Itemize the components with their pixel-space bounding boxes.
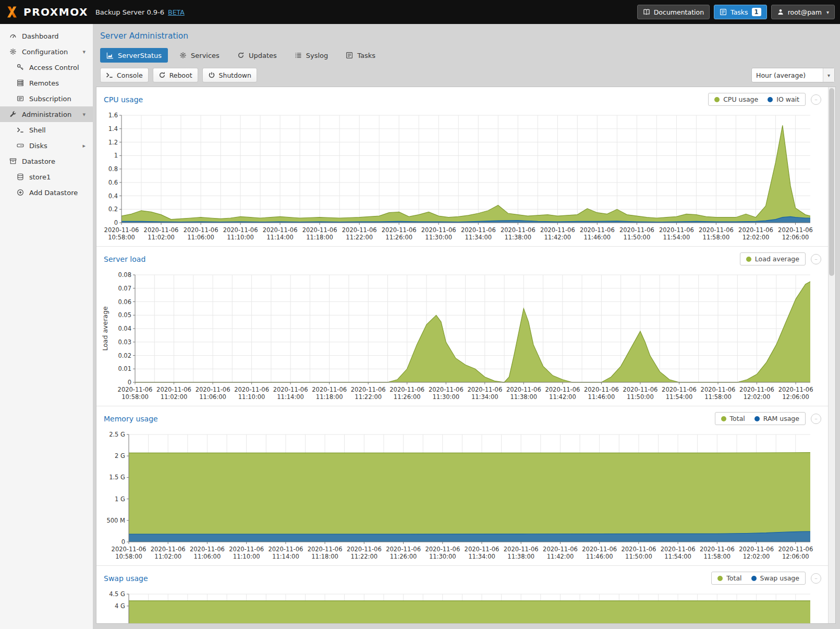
sidebar-item-configuration[interactable]: Configuration▾ (0, 44, 93, 59)
chart-plot: 4.5 G4 G2020-11-0610:58:002020-11-0611:0… (101, 589, 824, 623)
vertical-scrollbar[interactable] (828, 87, 835, 623)
svg-text:2020-11-06: 2020-11-06 (501, 226, 535, 234)
main: Server Administration ServerStatusServic… (93, 24, 840, 629)
svg-text:2020-11-06: 2020-11-06 (184, 226, 218, 234)
tab-updates[interactable]: Updates (231, 48, 283, 63)
svg-text:12:02:00: 12:02:00 (743, 553, 770, 560)
svg-text:2020-11-06: 2020-11-06 (234, 386, 269, 393)
svg-text:11:38:00: 11:38:00 (510, 393, 537, 401)
svg-text:4 G: 4 G (115, 602, 125, 610)
reboot-button[interactable]: Reboot (153, 68, 198, 82)
svg-text:1.6: 1.6 (108, 112, 118, 119)
svg-text:2020-11-06: 2020-11-06 (118, 386, 153, 393)
power-icon (208, 71, 215, 79)
svg-text:0: 0 (114, 219, 118, 226)
svg-text:2020-11-06: 2020-11-06 (342, 226, 377, 234)
tab-tasks[interactable]: Tasks (339, 48, 382, 63)
sidebar-item-label: Access Control (29, 64, 79, 71)
svg-text:2020-11-06: 2020-11-06 (144, 226, 179, 234)
svg-text:11:10:00: 11:10:00 (238, 393, 265, 401)
tab-syslog[interactable]: Syslog (288, 48, 335, 63)
book-icon (643, 8, 650, 16)
svg-text:10:58:00: 10:58:00 (108, 234, 135, 241)
tab-label: Syslog (306, 52, 328, 59)
legend-dot-icon (751, 576, 757, 581)
sidebar-item-dashboard[interactable]: Dashboard (0, 28, 93, 44)
collapse-chart-icon[interactable] (811, 254, 821, 264)
svg-text:11:46:00: 11:46:00 (588, 393, 615, 401)
chart-plot: 0.080.070.060.050.040.030.020.0102020-11… (101, 270, 824, 405)
svg-text:11:06:00: 11:06:00 (199, 393, 226, 401)
user-menu-button[interactable]: root@pam ▾ (771, 5, 835, 19)
page: DashboardConfiguration▾Access ControlRem… (0, 24, 840, 629)
collapse-chart-icon[interactable] (811, 414, 821, 424)
collapse-chart-icon[interactable] (811, 573, 821, 584)
sidebar-item-label: store1 (29, 173, 51, 181)
plus-icon (16, 189, 25, 196)
svg-text:2020-11-06: 2020-11-06 (151, 546, 186, 553)
chart-title: Server load (104, 255, 145, 263)
sidebar-item-shell[interactable]: Shell (0, 122, 93, 138)
legend-entry-load-average: Load average (746, 255, 799, 263)
db-icon (16, 173, 25, 180)
svg-text:1.5 G: 1.5 G (109, 474, 125, 481)
sidebar-item-label: Subscription (29, 95, 71, 103)
tasks-button[interactable]: Tasks 1 (714, 5, 767, 19)
chart-legend: TotalRAM usage (715, 412, 806, 425)
svg-text:0.01: 0.01 (118, 365, 131, 372)
chart-icon (106, 52, 114, 59)
svg-text:0.04: 0.04 (118, 325, 131, 332)
caret-down-icon: ▾ (826, 9, 829, 15)
gear-icon (179, 52, 187, 59)
topbar-actions: Documentation Tasks 1 root@pam ▾ (637, 5, 835, 19)
svg-text:11:26:00: 11:26:00 (394, 393, 421, 401)
tasks-icon (720, 8, 727, 16)
svg-text:2020-11-06: 2020-11-06 (778, 386, 813, 393)
svg-text:2020-11-06: 2020-11-06 (700, 546, 735, 553)
beta-link[interactable]: BETA (168, 8, 185, 16)
svg-text:2020-11-06: 2020-11-06 (739, 546, 774, 553)
documentation-button[interactable]: Documentation (637, 5, 710, 19)
chart-header: Swap usageTotalSwap usage (101, 569, 824, 589)
sidebar-item-store1[interactable]: store1 (0, 169, 93, 185)
sidebar-item-add-datastore[interactable]: Add Datastore (0, 185, 93, 200)
svg-text:11:22:00: 11:22:00 (350, 553, 378, 560)
sidebar-item-administration[interactable]: Administration▾ (0, 106, 93, 122)
sidebar-item-subscription[interactable]: Subscription (0, 91, 93, 106)
svg-text:1: 1 (114, 152, 118, 159)
time-range-select[interactable]: Hour (average) ▾ (751, 68, 835, 82)
svg-text:2 G: 2 G (115, 452, 125, 459)
svg-text:2020-11-06: 2020-11-06 (351, 386, 386, 393)
caret-down-icon: ▾ (82, 111, 86, 118)
sidebar-item-access-control[interactable]: Access Control (0, 59, 93, 75)
scrollbar-thumb[interactable] (829, 88, 834, 276)
svg-text:0.06: 0.06 (118, 298, 131, 306)
tab-serverstatus[interactable]: ServerStatus (100, 48, 168, 63)
sidebar-item-remotes[interactable]: Remotes (0, 75, 93, 91)
console-button[interactable]: Console (100, 68, 149, 82)
svg-text:2020-11-06: 2020-11-06 (621, 546, 656, 553)
chart-header: CPU usageCPU usageIO wait (101, 90, 824, 110)
svg-text:11:18:00: 11:18:00 (311, 553, 338, 560)
tab-services[interactable]: Services (173, 48, 226, 63)
svg-text:2020-11-06: 2020-11-06 (778, 546, 813, 553)
svg-text:2020-11-06: 2020-11-06 (543, 546, 578, 553)
collapse-chart-icon[interactable] (811, 94, 821, 105)
svg-text:2020-11-06: 2020-11-06 (659, 226, 694, 234)
server-icon (16, 79, 25, 87)
sidebar-item-datastore[interactable]: Datastore (0, 153, 93, 169)
svg-text:11:26:00: 11:26:00 (385, 234, 412, 241)
svg-text:2020-11-06: 2020-11-06 (112, 546, 147, 553)
svg-text:2.5 G: 2.5 G (109, 431, 125, 438)
chart-title: CPU usage (104, 95, 143, 104)
svg-text:Load average: Load average (101, 306, 109, 350)
svg-text:12:02:00: 12:02:00 (742, 234, 770, 241)
svg-text:2020-11-06: 2020-11-06 (461, 226, 496, 234)
svg-text:2020-11-06: 2020-11-06 (263, 226, 298, 234)
legend-dot-icon (768, 97, 773, 102)
shutdown-button[interactable]: Shutdown (202, 68, 257, 82)
svg-text:2020-11-06: 2020-11-06 (662, 386, 697, 393)
svg-text:11:54:00: 11:54:00 (664, 553, 691, 560)
chart-header: Server loadLoad average (101, 250, 824, 270)
sidebar-item-disks[interactable]: Disks▸ (0, 138, 93, 153)
